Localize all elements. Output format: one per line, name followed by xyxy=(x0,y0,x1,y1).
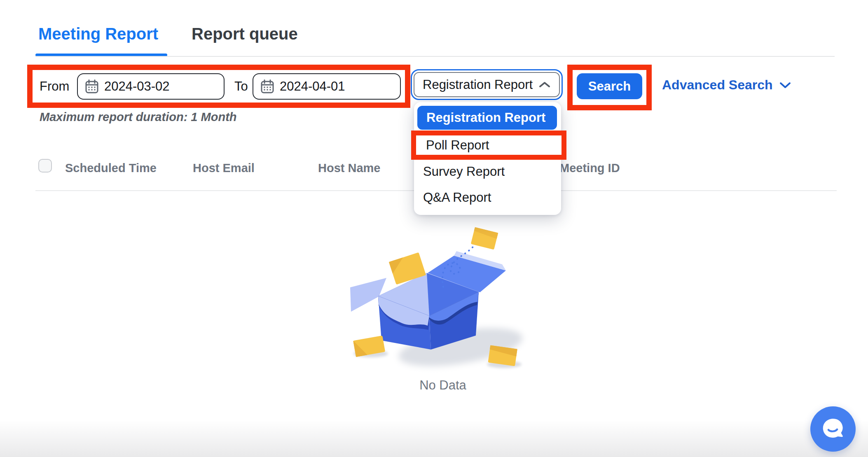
column-header-host-name: Host Name xyxy=(318,161,381,175)
chevron-down-icon xyxy=(779,82,791,89)
option-qa-report[interactable]: Q&A Report xyxy=(423,189,491,207)
search-button[interactable]: Search xyxy=(577,73,642,99)
highlight-box-poll-report: Poll Report xyxy=(411,131,566,160)
report-type-value: Registration Report xyxy=(423,77,533,92)
to-date-value: 2024-04-01 xyxy=(280,79,345,94)
chevron-up-icon xyxy=(538,81,551,89)
to-label: To xyxy=(234,79,248,94)
from-date-value: 2024-03-02 xyxy=(104,79,170,94)
option-survey-report[interactable]: Survey Report xyxy=(423,163,505,181)
option-poll-report[interactable]: Poll Report xyxy=(416,135,562,155)
report-type-select[interactable]: Registration Report xyxy=(411,69,563,100)
meeting-report-page: Meeting Report Report queue From 2024-03… xyxy=(0,0,868,457)
column-header-meeting-id: Meeting ID xyxy=(559,161,620,175)
select-all-checkbox[interactable] xyxy=(38,159,52,173)
column-header-scheduled-time: Scheduled Time xyxy=(65,161,157,175)
advanced-search-link[interactable]: Advanced Search xyxy=(662,77,791,93)
chat-bubble-icon xyxy=(820,416,846,442)
tab-meeting-report[interactable]: Meeting Report xyxy=(38,25,158,43)
report-type-dropdown-menu: Registration Report Poll Report Survey R… xyxy=(414,102,561,215)
no-data-text: No Data xyxy=(346,378,540,393)
advanced-search-label: Advanced Search xyxy=(662,77,773,93)
calendar-icon xyxy=(261,79,274,93)
to-date-input[interactable]: 2024-04-01 xyxy=(253,73,401,100)
from-date-input[interactable]: 2024-03-02 xyxy=(77,73,225,100)
option-registration-report[interactable]: Registration Report xyxy=(417,106,557,130)
from-label: From xyxy=(40,79,69,94)
tab-report-queue[interactable]: Report queue xyxy=(192,25,298,43)
no-data-illustration xyxy=(346,220,540,381)
calendar-icon xyxy=(85,79,98,93)
column-header-host-email: Host Email xyxy=(193,161,255,175)
tab-bar-divider xyxy=(35,56,835,57)
chat-launcher-button[interactable] xyxy=(810,406,856,452)
max-duration-hint: Maximum report duration: 1 Month xyxy=(40,110,237,124)
